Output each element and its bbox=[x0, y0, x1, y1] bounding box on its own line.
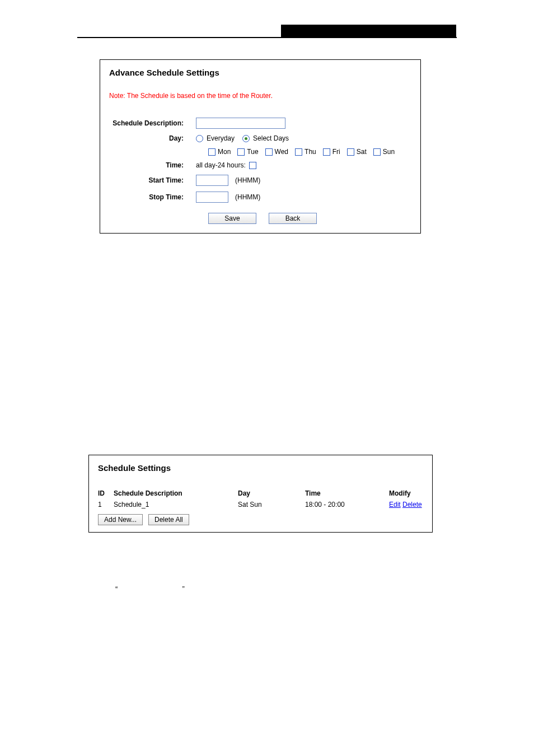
hint-start-time: (HHMM) bbox=[235, 176, 260, 184]
header-day: Day bbox=[238, 489, 305, 497]
cell-desc: Schedule_1 bbox=[114, 501, 238, 508]
label-schedule-description: Schedule Description: bbox=[109, 119, 196, 127]
label-tue: Tue bbox=[247, 148, 258, 156]
checkbox-sun[interactable] bbox=[373, 148, 381, 156]
start-time-input[interactable] bbox=[196, 175, 228, 186]
label-sun: Sun bbox=[383, 148, 395, 156]
table-header: ID Schedule Description Day Time Modify bbox=[98, 489, 423, 497]
close-quote: ” bbox=[182, 585, 185, 593]
checkbox-all-day[interactable] bbox=[249, 162, 256, 169]
note-text: Note: The Schedule is based on the time … bbox=[109, 92, 411, 100]
table-row: 1 Schedule_1 Sat Sun 18:00 - 20:00 Edit … bbox=[98, 501, 423, 508]
back-button[interactable]: Back bbox=[269, 213, 317, 224]
hint-stop-time: (HHMM) bbox=[235, 193, 260, 201]
row-schedule-description: Schedule Description: bbox=[109, 118, 411, 129]
schedule-description-input[interactable] bbox=[196, 118, 285, 129]
table-button-row: Add New... Delete All bbox=[98, 514, 423, 525]
top-black-bar bbox=[281, 25, 456, 38]
form-button-row: Save Back bbox=[208, 213, 411, 224]
delete-all-button[interactable]: Delete All bbox=[148, 514, 189, 525]
checkbox-sat[interactable] bbox=[347, 148, 354, 156]
advance-schedule-panel: Advance Schedule Settings Note: The Sche… bbox=[100, 59, 421, 234]
radio-everyday[interactable] bbox=[196, 135, 203, 142]
checkbox-fri[interactable] bbox=[323, 148, 330, 156]
panel2-title: Schedule Settings bbox=[98, 463, 423, 473]
radio-select-days[interactable] bbox=[242, 135, 250, 142]
label-wed: Wed bbox=[275, 148, 288, 156]
save-button[interactable]: Save bbox=[208, 213, 256, 224]
quote-marks: “ ” bbox=[115, 585, 534, 593]
edit-link[interactable]: Edit bbox=[389, 501, 401, 508]
label-time: Time: bbox=[109, 161, 196, 169]
checkbox-mon[interactable] bbox=[208, 148, 216, 156]
cell-day: Sat Sun bbox=[238, 501, 305, 508]
label-mon: Mon bbox=[218, 148, 231, 156]
label-sat: Sat bbox=[357, 148, 367, 156]
checkbox-wed[interactable] bbox=[265, 148, 273, 156]
header-modify: Modify bbox=[389, 489, 423, 497]
row-start-time: Start Time: (HHMM) bbox=[109, 175, 411, 186]
delete-link[interactable]: Delete bbox=[402, 501, 422, 508]
stop-time-input[interactable] bbox=[196, 192, 228, 203]
label-fri: Fri bbox=[332, 148, 340, 156]
row-stop-time: Stop Time: (HHMM) bbox=[109, 192, 411, 203]
label-day: Day: bbox=[109, 134, 196, 142]
header-id: ID bbox=[98, 489, 114, 497]
radio-everyday-label: Everyday bbox=[207, 134, 235, 142]
row-time: Time: all day-24 hours: bbox=[109, 161, 411, 169]
checkbox-thu[interactable] bbox=[295, 148, 302, 156]
label-stop-time: Stop Time: bbox=[109, 193, 196, 201]
panel-title: Advance Schedule Settings bbox=[109, 68, 411, 77]
add-new-button[interactable]: Add New... bbox=[98, 514, 143, 525]
row-day: Day: Everyday Select Days bbox=[109, 134, 411, 142]
checkbox-tue[interactable] bbox=[237, 148, 245, 156]
cell-id: 1 bbox=[98, 501, 114, 508]
cell-time: 18:00 - 20:00 bbox=[305, 501, 389, 508]
radio-select-days-label: Select Days bbox=[253, 134, 289, 142]
label-start-time: Start Time: bbox=[109, 176, 196, 184]
open-quote: “ bbox=[115, 585, 118, 593]
top-line bbox=[77, 37, 457, 38]
all-day-text: all day-24 hours: bbox=[196, 161, 246, 169]
schedule-table: ID Schedule Description Day Time Modify … bbox=[98, 489, 423, 525]
day-checkboxes: Mon Tue Wed Thu Fri Sat Sun bbox=[208, 148, 411, 156]
label-thu: Thu bbox=[305, 148, 316, 156]
header-desc: Schedule Description bbox=[114, 489, 238, 497]
cell-modify: Edit Delete bbox=[389, 501, 423, 508]
header-time: Time bbox=[305, 489, 389, 497]
schedule-settings-panel: Schedule Settings ID Schedule Descriptio… bbox=[88, 455, 433, 533]
